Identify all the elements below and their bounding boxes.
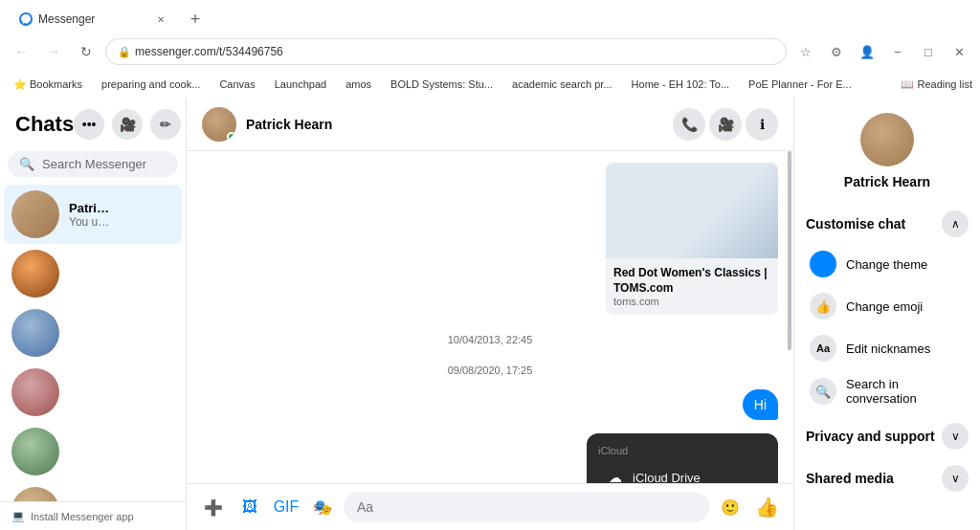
- search-box[interactable]: 🔍: [8, 151, 178, 177]
- chat-item[interactable]: [4, 422, 182, 481]
- scrollbar-track[interactable]: [788, 151, 791, 483]
- minimize-button[interactable]: −: [884, 38, 911, 65]
- bookmark-bold[interactable]: BOLD Systems: Stu...: [385, 77, 499, 92]
- online-indicator: [227, 132, 236, 142]
- scrollbar-thumb[interactable]: [788, 151, 791, 350]
- shared-media-toggle[interactable]: ∨: [942, 465, 969, 492]
- chat-archive-btn[interactable]: ↓: [151, 203, 174, 226]
- change-emoji-option[interactable]: 👍 Change emoji: [806, 285, 969, 327]
- reading-list[interactable]: 📖 Reading list: [901, 78, 972, 91]
- active-tab[interactable]: Messenger ✕: [8, 6, 180, 33]
- browser-chrome: Messenger ✕ + ← → ↻ 🔒 messenger.com/t/53…: [0, 0, 980, 98]
- tab-close-btn[interactable]: ✕: [153, 11, 168, 27]
- panel-name: Patrick Hearn: [806, 174, 969, 189]
- privacy-support-title: Privacy and support: [806, 429, 935, 444]
- message-timestamp-2: 09/08/2020, 17:25: [202, 357, 778, 384]
- chat-main: Patrick Hearn 📞 🎥 ℹ Red Dot Women's Clas…: [187, 98, 793, 530]
- panel-avatar: [860, 113, 914, 166]
- video-call-button[interactable]: 🎥: [709, 108, 742, 141]
- message-row: Hi: [202, 389, 778, 420]
- star-button[interactable]: ☆: [792, 38, 819, 65]
- avatar: [11, 487, 59, 501]
- info-button[interactable]: ℹ: [746, 108, 778, 141]
- message-input-box[interactable]: [344, 492, 709, 522]
- new-video-chat-button[interactable]: 🎥: [112, 109, 143, 140]
- icloud-drive-label: iCloud Drive: [633, 471, 701, 483]
- search-conversation-label: Search in conversation: [846, 377, 965, 406]
- extensions-button[interactable]: ⚙: [823, 38, 850, 65]
- link-card[interactable]: Red Dot Women's Classics | TOMS.com toms…: [606, 163, 778, 315]
- tab-favicon: [19, 12, 33, 26]
- icloud-icon: ☁: [606, 468, 625, 483]
- avatar: [11, 190, 59, 238]
- chat-item[interactable]: [4, 244, 182, 303]
- theme-dot: [816, 257, 830, 271]
- gif-button[interactable]: GIF: [271, 492, 301, 522]
- privacy-support-toggle[interactable]: ∨: [942, 423, 969, 450]
- icloud-popup-container: iCloud ☁ iCloud Drive Locations 💻 Patric…: [202, 433, 778, 483]
- icloud-drive-item[interactable]: ☁ iCloud Drive: [598, 462, 767, 483]
- profile-button[interactable]: 👤: [854, 38, 880, 65]
- chat-header-name: Patrick Hearn: [246, 117, 673, 132]
- chat-header-info: Patrick Hearn: [246, 117, 673, 132]
- bookmark-canvas[interactable]: Canvas: [213, 77, 260, 92]
- sidebar: Chats ••• 🎥 ✏ 🔍 Patrick Hearn You unsent…: [0, 98, 187, 530]
- address-bar-row: ← → ↻ 🔒 messenger.com/t/534496756 ☆ ⚙ 👤 …: [0, 33, 980, 71]
- chat-header: Patrick Hearn 📞 🎥 ℹ: [187, 98, 793, 151]
- like-button[interactable]: 👍: [751, 492, 782, 522]
- back-button[interactable]: ←: [8, 38, 34, 65]
- chat-list: Patrick Hearn You unsent a message · 3 d…: [0, 185, 186, 501]
- chat-header-actions: 📞 🎥 ℹ: [673, 108, 778, 141]
- sidebar-footer: 💻 Install Messenger app: [0, 501, 186, 530]
- message-input[interactable]: [357, 499, 696, 515]
- emoji-button[interactable]: 🙂: [715, 492, 746, 522]
- privacy-support-section: Privacy and support ∨: [806, 417, 969, 455]
- bookmark-item[interactable]: ⭐ Bookmarks: [8, 77, 88, 93]
- chat-item[interactable]: [4, 363, 182, 422]
- chat-item[interactable]: [4, 303, 182, 363]
- bookmark-amos[interactable]: amos: [340, 77, 377, 92]
- chat-name: Patrick Hearn: [69, 201, 115, 215]
- chat-more-btn[interactable]: •••: [124, 203, 147, 226]
- shared-media-header[interactable]: Shared media ∨: [806, 459, 969, 497]
- nicknames-icon: Aa: [810, 335, 836, 362]
- customise-chat-section: Customise chat ∧ Change theme 👍 Change e…: [806, 205, 969, 413]
- restore-button[interactable]: □: [915, 38, 942, 65]
- bookmark-launchpad[interactable]: Launchpad: [269, 77, 332, 92]
- new-tab-button[interactable]: +: [182, 6, 209, 33]
- forward-button[interactable]: →: [40, 38, 67, 65]
- customise-chat-toggle[interactable]: ∧: [942, 210, 969, 237]
- search-conversation-option[interactable]: 🔍 Search in conversation: [806, 369, 969, 413]
- bookmark-academic[interactable]: academic search pr...: [506, 77, 618, 92]
- message-bubble: Hi: [743, 389, 778, 420]
- bookmark-poe[interactable]: PoE Planner - For E...: [743, 77, 858, 92]
- phone-call-button[interactable]: 📞: [673, 108, 705, 141]
- add-attachment-button[interactable]: ➕: [198, 492, 229, 522]
- search-input[interactable]: [42, 157, 167, 171]
- more-options-button[interactable]: •••: [74, 109, 104, 140]
- edit-nicknames-label: Edit nicknames: [846, 342, 930, 356]
- sidebar-header: Chats ••• 🎥 ✏: [0, 98, 186, 147]
- reload-button[interactable]: ↻: [73, 38, 100, 65]
- image-button[interactable]: 🖼: [234, 492, 265, 522]
- install-app-link[interactable]: 💻 Install Messenger app: [11, 510, 174, 522]
- bookmark-home[interactable]: Home - EH 102: To...: [626, 77, 736, 92]
- compose-button[interactable]: ✏: [150, 109, 181, 140]
- app-content: Chats ••• 🎥 ✏ 🔍 Patrick Hearn You unsent…: [0, 98, 980, 530]
- bookmark-preparing[interactable]: preparing and cook...: [96, 77, 206, 92]
- url-text: messenger.com/t/534496756: [135, 45, 283, 58]
- edit-nicknames-option[interactable]: Aa Edit nicknames: [806, 327, 969, 369]
- chat-item[interactable]: Patrick Hearn You unsent a message · 3 d…: [4, 185, 182, 244]
- chat-item[interactable]: [4, 481, 182, 501]
- bookmarks-bar: ⭐ Bookmarks preparing and cook... Canvas…: [0, 71, 980, 98]
- install-icon: 💻: [11, 510, 25, 522]
- link-card-container: Red Dot Women's Classics | TOMS.com toms…: [202, 163, 778, 315]
- sticker-button[interactable]: 🎭: [307, 492, 338, 522]
- link-card-body: Red Dot Women's Classics | TOMS.com toms…: [606, 258, 778, 315]
- customise-chat-header[interactable]: Customise chat ∧: [806, 205, 969, 243]
- close-window-button[interactable]: ✕: [946, 38, 972, 65]
- privacy-support-header[interactable]: Privacy and support ∨: [806, 417, 969, 455]
- address-bar[interactable]: 🔒 messenger.com/t/534496756: [105, 38, 787, 65]
- messages-area: Red Dot Women's Classics | TOMS.com toms…: [187, 151, 793, 483]
- change-theme-option[interactable]: Change theme: [806, 243, 969, 285]
